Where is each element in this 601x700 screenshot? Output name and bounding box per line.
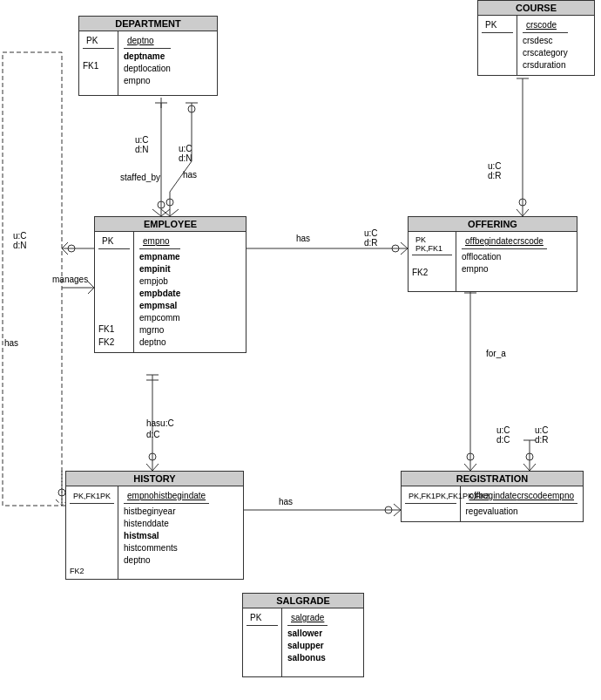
entity-offering-title: OFFERING bbox=[409, 217, 577, 232]
entity-department: DEPARTMENT PK FK1 deptno deptname deptlo… bbox=[78, 16, 218, 96]
reg-regevaluation: regevaluation bbox=[466, 506, 577, 518]
sal-sallower: sallower bbox=[287, 628, 328, 640]
dept-deptname: deptname bbox=[124, 51, 171, 63]
entity-salgrade: SALGRADE PK salgrade sallower salupper s… bbox=[242, 593, 364, 677]
svg-line-59 bbox=[56, 500, 62, 506]
svg-line-35 bbox=[464, 464, 470, 471]
course-crsduration: crsduration bbox=[523, 59, 568, 71]
sal-pk-label: PK bbox=[246, 610, 278, 626]
entity-history-title: HISTORY bbox=[66, 472, 243, 486]
entity-history: HISTORY PK,FK1 PK FK2 empno histbegindat… bbox=[65, 471, 244, 580]
svg-point-61 bbox=[58, 489, 65, 496]
svg-line-11 bbox=[161, 209, 170, 216]
svg-point-32 bbox=[519, 199, 526, 206]
svg-point-14 bbox=[188, 105, 195, 112]
svg-point-20 bbox=[68, 245, 75, 252]
hist-pkfk1-label: PK,FK1 bbox=[73, 492, 100, 500]
dept-deptlocation: deptlocation bbox=[124, 63, 171, 75]
hist-empno: empno bbox=[127, 491, 154, 500]
label-uc-dn-left: u:Cd:N bbox=[13, 231, 27, 250]
emp-empname: empname bbox=[139, 251, 180, 263]
reg-crscode: crscode bbox=[517, 491, 547, 500]
reg-empno: empno bbox=[547, 491, 574, 500]
svg-point-37 bbox=[467, 453, 474, 460]
hist-histbegindate: histbegindate bbox=[154, 491, 206, 500]
dept-empno: empno bbox=[124, 75, 171, 87]
label-has-dept: has bbox=[183, 170, 197, 180]
entity-course: COURSE PK crscode crsdesc crscategory cr… bbox=[477, 0, 595, 76]
label-for-a: for_a bbox=[486, 349, 506, 358]
emp-mgrno: mgrno bbox=[139, 324, 180, 336]
emp-empbdate: empbdate bbox=[139, 288, 180, 300]
emp-deptno: deptno bbox=[139, 336, 180, 349]
erd-diagram: staffed_by has has hasu:C d:C has for_a … bbox=[0, 0, 601, 700]
svg-line-48 bbox=[394, 510, 401, 516]
emp-empmsal: empmsal bbox=[139, 300, 180, 312]
svg-line-12 bbox=[170, 209, 179, 216]
sal-salbonus: salbonus bbox=[287, 652, 328, 664]
emp-empinit: empinit bbox=[139, 263, 180, 275]
label-uc-dn1: u:Cd:N bbox=[135, 135, 149, 154]
svg-line-24 bbox=[401, 242, 408, 248]
offering-crscode: crscode bbox=[513, 236, 544, 246]
course-crscategory: crscategory bbox=[523, 47, 568, 59]
label-uc-dr1: u:Cd:R bbox=[364, 228, 378, 248]
entity-salgrade-title: SALGRADE bbox=[243, 594, 363, 608]
svg-line-41 bbox=[146, 464, 152, 471]
hist-deptno: deptno bbox=[124, 554, 209, 567]
svg-line-54 bbox=[530, 464, 536, 471]
entity-offering: OFFERING PKPK,FK1 FK2 offbegindate crsco… bbox=[408, 216, 577, 292]
svg-line-18 bbox=[62, 242, 68, 248]
svg-line-31 bbox=[523, 209, 529, 216]
emp-fk1-label: FK1 bbox=[98, 323, 130, 336]
hist-histcomments: histcomments bbox=[124, 542, 209, 554]
offering-offbegindate: offbegindate bbox=[465, 236, 513, 246]
svg-line-4 bbox=[161, 209, 170, 216]
svg-line-42 bbox=[152, 464, 159, 471]
dept-fk1-label: FK1 bbox=[83, 59, 114, 72]
label-uc-dr3: u:Cd:R bbox=[488, 161, 502, 180]
emp-empcomm: empcomm bbox=[139, 312, 180, 324]
entity-registration: REGISTRATION PK,FK1 PK,FK1 PK,FK2 offbeg… bbox=[401, 471, 584, 522]
label-staffed-by: staffed_by bbox=[120, 173, 160, 182]
entity-department-title: DEPARTMENT bbox=[79, 17, 217, 31]
emp-empno: empno bbox=[143, 236, 170, 246]
label-manages: manages bbox=[52, 275, 88, 284]
label-has-hist: has bbox=[279, 497, 293, 506]
hist-fk2-label: FK2 bbox=[70, 565, 114, 577]
reg-pkfk1b-label: PK,FK1 bbox=[436, 492, 463, 500]
sal-salupper: salupper bbox=[287, 640, 328, 652]
offering-empno: empno bbox=[462, 263, 547, 275]
svg-point-55 bbox=[526, 453, 533, 460]
hist-histbeginyear: histbeginyear bbox=[124, 506, 209, 518]
emp-empjob: empjob bbox=[139, 275, 180, 288]
hist-histenddate: histenddate bbox=[124, 518, 209, 530]
svg-line-21 bbox=[88, 282, 94, 288]
svg-line-30 bbox=[517, 209, 523, 216]
offering-fk2-label: FK2 bbox=[412, 266, 452, 279]
reg-offbegindate: offbegindate bbox=[469, 491, 517, 500]
emp-fk2-label: FK2 bbox=[98, 336, 130, 349]
svg-line-53 bbox=[523, 464, 530, 471]
label-uc-dn2: u:Cd:N bbox=[179, 144, 192, 163]
hist-histmsal: histmsal bbox=[124, 530, 209, 542]
svg-point-5 bbox=[158, 201, 165, 208]
svg-point-43 bbox=[149, 453, 156, 460]
entity-registration-title: REGISTRATION bbox=[402, 472, 583, 486]
dept-pk-label: PK bbox=[83, 33, 114, 49]
offering-pk-label: PKPK,FK1 bbox=[412, 234, 452, 255]
label-has-emp-off: has bbox=[296, 234, 310, 243]
sal-salgrade: salgrade bbox=[291, 613, 324, 622]
svg-line-22 bbox=[88, 288, 94, 294]
course-pk-label: PK bbox=[482, 17, 513, 33]
offering-offlocation: offlocation bbox=[462, 251, 547, 263]
label-dc: d:C bbox=[146, 430, 160, 439]
entity-course-title: COURSE bbox=[478, 1, 594, 16]
svg-point-13 bbox=[166, 199, 173, 206]
svg-line-25 bbox=[401, 248, 408, 255]
entity-employee-title: EMPLOYEE bbox=[95, 217, 246, 232]
dept-deptno: deptno bbox=[127, 36, 154, 45]
svg-line-19 bbox=[62, 248, 68, 255]
reg-pkfk1a-label: PK,FK1 bbox=[409, 492, 436, 500]
emp-pk-label: PK bbox=[98, 234, 130, 249]
